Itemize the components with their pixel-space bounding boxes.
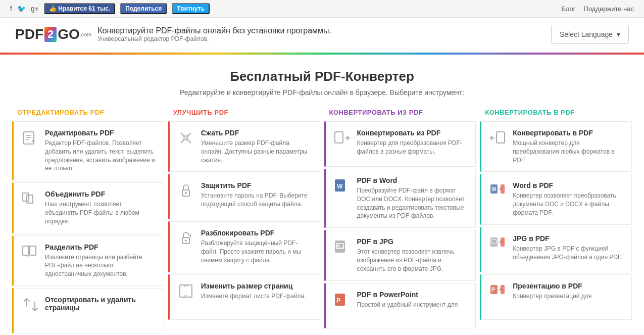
tool-card[interactable]: PPDF в PowerPointПростой и удобный инстр… xyxy=(324,283,476,328)
convert-from-icon xyxy=(333,129,351,147)
tool-card[interactable]: Конвертировать в PDFМощный конвертер для… xyxy=(480,121,632,172)
logo[interactable]: PDF 2 GO .com Конвертируйте PDF-файлы он… xyxy=(15,26,331,42)
logo-com: .com xyxy=(80,32,91,37)
tweet-label: Твитнуть xyxy=(177,5,205,12)
svg-rect-17 xyxy=(335,132,343,143)
hero-title: Бесплатный PDF-Конвертер xyxy=(10,69,634,84)
tool-info: Word в PDFКонвертер позволяет преобразов… xyxy=(513,181,624,217)
svg-rect-5 xyxy=(27,195,33,203)
blog-link[interactable]: Блог xyxy=(561,5,575,13)
tagline-sub: Универсальный редактор PDF-файлов. xyxy=(97,35,331,42)
resize-icon xyxy=(177,282,195,300)
tool-desc: Конвертер JPG в PDF с функцией объединен… xyxy=(513,245,624,262)
svg-rect-0 xyxy=(24,132,34,144)
tool-title: Изменить размер страниц xyxy=(201,282,313,290)
logo-image: PDF 2 GO .com xyxy=(15,26,91,42)
tool-card[interactable]: Разделить PDFИзвлеките страницы или разб… xyxy=(12,235,164,286)
tool-desc: Уменьшите размер PDF-файла онлайн. Досту… xyxy=(201,139,313,164)
share-button[interactable]: Поделиться xyxy=(120,3,167,14)
svg-rect-39 xyxy=(501,285,505,294)
tagline-main: Конвертируйте PDF-файлы онлайн без устан… xyxy=(97,26,331,35)
chevron-down-icon: ▾ xyxy=(617,30,620,38)
support-link[interactable]: Поддержите нас xyxy=(584,5,634,13)
column-col3: КОНВЕРТИРОВАТЬ ИЗ PDFКонвертировать из P… xyxy=(322,104,478,335)
tool-title: Редактировать PDF xyxy=(45,129,157,137)
svg-text:P: P xyxy=(336,297,340,304)
tool-card[interactable]: Отсортировать и удалить страницы xyxy=(12,288,164,333)
logo-tagline: Конвертируйте PDF-файлы онлайн без устан… xyxy=(97,26,331,42)
tool-card[interactable]: PDF в JPGЭтот конвертер позволяет извлеч… xyxy=(324,230,476,280)
svg-rect-31 xyxy=(501,184,505,194)
header: PDF 2 GO .com Конвертируйте PDF-файлы он… xyxy=(0,18,644,53)
social-left: f 🐦 g+ 👍 Нравится 61 тыс. Поделиться Тви… xyxy=(10,3,210,14)
tool-card[interactable]: JPG в PDFКонвертер JPG в PDF с функцией … xyxy=(480,227,632,272)
tool-title: PDF в Word xyxy=(357,176,469,184)
jpg-to-pdf-icon xyxy=(488,234,507,253)
tool-info: PDF в PowerPointПростой и удобный инстру… xyxy=(357,291,469,309)
tool-title: PDF в PowerPoint xyxy=(357,291,469,299)
compress-icon xyxy=(177,129,195,147)
column-header-col2: УЛУЧШИТЬ PDF xyxy=(166,104,322,121)
tool-title: Разделить PDF xyxy=(45,243,157,251)
tool-info: Сжать PDFУменьшите размер PDF-файла онла… xyxy=(201,129,313,164)
svg-point-15 xyxy=(185,240,187,242)
tool-card[interactable]: PПрезентацию в PDFКонвертер презентаций … xyxy=(480,274,632,320)
tool-card[interactable]: Защитить PDFУстановите пароль на PDF. Вы… xyxy=(168,174,320,219)
ppt-to-pdf-icon: P xyxy=(488,282,507,300)
social-bar: f 🐦 g+ 👍 Нравится 61 тыс. Поделиться Тви… xyxy=(0,0,644,18)
tool-card[interactable]: WWord в PDFКонвертер позволяет преобразо… xyxy=(480,174,632,224)
tool-card[interactable]: Сжать PDFУменьшите размер PDF-файла онла… xyxy=(168,121,320,172)
svg-point-13 xyxy=(185,192,187,194)
convert-to-icon xyxy=(488,129,507,147)
tool-title: Защитить PDF xyxy=(201,181,313,189)
tool-desc: Конвертер позволяет преобразовать докуме… xyxy=(513,192,624,217)
column-header-col3: КОНВЕРТИРОВАТЬ ИЗ PDF xyxy=(322,104,478,121)
googleplus-icon[interactable]: g+ xyxy=(31,5,39,13)
twitter-icon[interactable]: 🐦 xyxy=(17,5,26,13)
column-col2: УЛУЧШИТЬ PDFСжать PDFУменьшите размер PD… xyxy=(166,104,322,335)
facebook-icon[interactable]: f xyxy=(10,5,12,13)
tool-desc: Извлеките страницы или разбейте PDF-файл… xyxy=(45,253,157,278)
svg-rect-11 xyxy=(184,136,188,140)
tool-desc: Мощный конвертер для преобразования любы… xyxy=(513,139,624,164)
logo-pdf: PDF xyxy=(15,26,43,42)
tool-card[interactable]: Разблокировать PDFРазблокируйте защищённ… xyxy=(168,221,320,272)
tool-info: Презентацию в PDFКонвертер презентаций д… xyxy=(513,282,624,301)
word-to-pdf-icon: W xyxy=(488,181,507,200)
like-button[interactable]: 👍 Нравится 61 тыс. xyxy=(44,3,115,14)
tweet-button[interactable]: Твитнуть xyxy=(172,3,210,14)
tool-title: Конвертировать в PDF xyxy=(513,129,624,137)
like-label: 👍 Нравится 61 тыс. xyxy=(49,5,110,12)
jpg-icon xyxy=(333,237,351,256)
tools-grid: ОТРЕДАКТИРОВАТЬ PDFРедактировать PDFРеда… xyxy=(0,104,644,335)
tool-title: Разблокировать PDF xyxy=(201,229,313,237)
merge-icon xyxy=(21,190,39,208)
svg-text:P: P xyxy=(491,287,495,293)
svg-rect-7 xyxy=(30,246,36,255)
tool-title: Сжать PDF xyxy=(201,129,313,137)
tool-title: Word в PDF xyxy=(513,181,624,189)
tool-card[interactable]: Редактировать PDFРедактор PDF-файлов. По… xyxy=(12,121,164,180)
svg-text:W: W xyxy=(491,186,497,192)
tool-title: Отсортировать и удалить страницы xyxy=(45,296,157,312)
svg-rect-26 xyxy=(497,132,505,143)
edit-icon xyxy=(21,129,39,147)
tool-card[interactable]: Конвертировать из PDFКонвертер для преоб… xyxy=(324,121,476,167)
tool-info: PDF в JPGЭтот конвертер позволяет извлеч… xyxy=(357,237,469,273)
tool-card[interactable]: WPDF в WordПреобразуйте PDF-файл в форма… xyxy=(324,169,476,228)
select-language-label: Select Language xyxy=(560,30,613,38)
tool-desc: Конвертер для преобразования PDF-файлов … xyxy=(357,139,469,156)
tool-card[interactable]: Объединить PDFНаш инструмент позволяет о… xyxy=(12,182,164,233)
tool-title: Конвертировать из PDF xyxy=(357,129,469,137)
split-icon xyxy=(21,243,39,261)
word-icon: W xyxy=(333,176,351,195)
svg-text:W: W xyxy=(337,183,343,190)
share-label: Поделиться xyxy=(125,5,162,12)
unlock-icon xyxy=(177,229,195,247)
column-col4: КОНВЕРТИРОВАТЬ В PDFКонвертировать в PDF… xyxy=(478,104,634,335)
select-language-button[interactable]: Select Language ▾ xyxy=(551,25,629,44)
column-header-col1: ОТРЕДАКТИРОВАТЬ PDF xyxy=(10,104,166,121)
svg-rect-35 xyxy=(501,237,505,247)
tool-card[interactable]: Изменить размер страницИзмените формат л… xyxy=(168,274,320,320)
tool-title: PDF в JPG xyxy=(357,237,469,246)
